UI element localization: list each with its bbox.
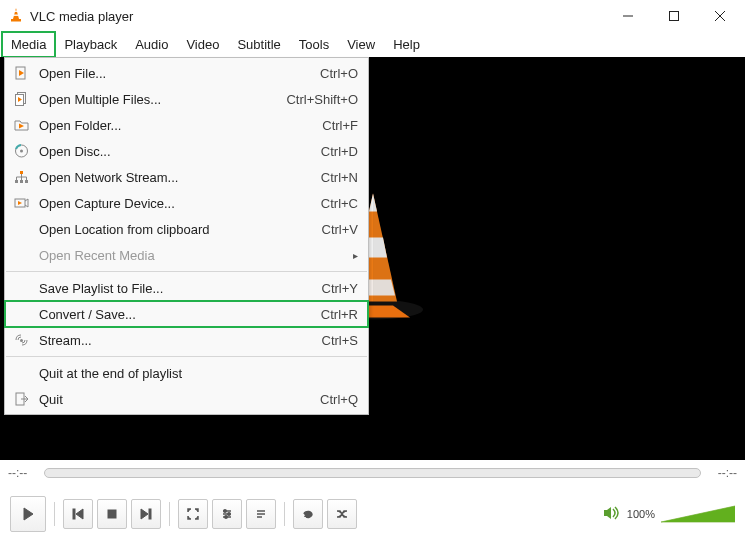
divider (169, 502, 170, 526)
stream-icon (11, 331, 31, 349)
menu-media[interactable]: Media (2, 32, 55, 57)
blank-icon (11, 305, 31, 323)
quit-icon (11, 390, 31, 408)
blank-icon (11, 246, 31, 264)
volume-percent: 100% (627, 508, 655, 520)
svg-rect-15 (20, 180, 23, 183)
menu-item-shortcut: Ctrl+F (322, 118, 358, 133)
time-total[interactable]: --:-- (707, 466, 737, 480)
shuffle-button[interactable] (327, 499, 357, 529)
menu-video[interactable]: Video (177, 32, 228, 57)
menu-item-open-folder[interactable]: Open Folder...Ctrl+F (5, 112, 368, 138)
menu-item-shortcut: Ctrl+V (322, 222, 358, 237)
menu-item-open-location-from-clipboard[interactable]: Open Location from clipboardCtrl+V (5, 216, 368, 242)
menu-item-shortcut: Ctrl+C (321, 196, 358, 211)
menu-item-label: Open Multiple Files... (39, 92, 276, 107)
svg-point-28 (225, 516, 227, 518)
loop-button[interactable] (293, 499, 323, 529)
svg-point-18 (20, 339, 23, 342)
menu-item-label: Quit (39, 392, 310, 407)
menu-item-open-capture-device[interactable]: Open Capture Device...Ctrl+C (5, 190, 368, 216)
window-title: VLC media player (30, 9, 133, 24)
previous-button[interactable] (63, 499, 93, 529)
seek-row: --:-- --:-- (0, 460, 745, 486)
menu-item-label: Save Playlist to File... (39, 281, 312, 296)
svg-rect-0 (11, 19, 21, 22)
menu-item-open-file[interactable]: Open File...Ctrl+O (5, 60, 368, 86)
menu-item-quit-at-the-end-of-playlist[interactable]: Quit at the end of playlist (5, 360, 368, 386)
menu-item-shortcut: Ctrl+N (321, 170, 358, 185)
menu-item-label: Open Recent Media (39, 248, 358, 263)
svg-rect-4 (670, 12, 679, 21)
menu-playback[interactable]: Playback (55, 32, 126, 57)
volume-slider[interactable] (661, 504, 735, 524)
menu-item-label: Open Capture Device... (39, 196, 311, 211)
video-area: Open File...Ctrl+OOpen Multiple Files...… (0, 57, 745, 460)
svg-point-27 (228, 513, 230, 515)
titlebar: VLC media player (0, 0, 745, 32)
menu-separator (6, 271, 367, 272)
menu-view[interactable]: View (338, 32, 384, 57)
player-controls: 100% (0, 486, 745, 548)
menu-item-quit[interactable]: QuitCtrl+Q (5, 386, 368, 412)
divider (284, 502, 285, 526)
menu-item-stream[interactable]: Stream...Ctrl+S (5, 327, 368, 353)
file-play-icon (11, 64, 31, 82)
blank-icon (11, 220, 31, 238)
svg-rect-1 (14, 10, 18, 11)
minimize-button[interactable] (605, 0, 651, 32)
menu-item-label: Open Folder... (39, 118, 312, 133)
stop-button[interactable] (97, 499, 127, 529)
window-controls (605, 0, 743, 32)
menu-item-shortcut: Ctrl+O (320, 66, 358, 81)
capture-icon (11, 194, 31, 212)
menu-item-label: Convert / Save... (39, 307, 311, 322)
menu-item-shortcut: Ctrl+R (321, 307, 358, 322)
menu-item-open-network-stream[interactable]: Open Network Stream...Ctrl+N (5, 164, 368, 190)
svg-rect-21 (108, 510, 116, 518)
playlist-button[interactable] (246, 499, 276, 529)
extended-settings-button[interactable] (212, 499, 242, 529)
menu-audio[interactable]: Audio (126, 32, 177, 57)
close-button[interactable] (697, 0, 743, 32)
app-icon (8, 7, 24, 26)
menu-item-label: Open Network Stream... (39, 170, 311, 185)
menu-item-shortcut: Ctrl+D (321, 144, 358, 159)
menu-item-label: Quit at the end of playlist (39, 366, 358, 381)
menu-item-convert-save[interactable]: Convert / Save...Ctrl+R (5, 301, 368, 327)
play-button[interactable] (10, 496, 46, 532)
menu-help[interactable]: Help (384, 32, 429, 57)
menu-item-label: Open Disc... (39, 144, 311, 159)
menu-item-shortcut: Ctrl+S (322, 333, 358, 348)
menu-item-shortcut: Ctrl+Q (320, 392, 358, 407)
menu-item-shortcut: Ctrl+Y (322, 281, 358, 296)
seek-slider[interactable] (44, 468, 701, 478)
menu-item-open-multiple-files[interactable]: Open Multiple Files...Ctrl+Shift+O (5, 86, 368, 112)
menu-subtitle[interactable]: Subtitle (228, 32, 289, 57)
svg-rect-20 (73, 509, 75, 519)
time-elapsed[interactable]: --:-- (8, 466, 38, 480)
svg-rect-13 (20, 171, 23, 174)
menu-item-open-recent-media: Open Recent Media▸ (5, 242, 368, 268)
svg-point-12 (20, 150, 23, 153)
next-button[interactable] (131, 499, 161, 529)
fullscreen-button[interactable] (178, 499, 208, 529)
folder-play-icon (11, 116, 31, 134)
menu-item-open-disc[interactable]: Open Disc...Ctrl+D (5, 138, 368, 164)
svg-rect-14 (15, 180, 18, 183)
maximize-button[interactable] (651, 0, 697, 32)
disc-icon (11, 142, 31, 160)
divider (54, 502, 55, 526)
menu-tools[interactable]: Tools (290, 32, 338, 57)
menubar: MediaPlaybackAudioVideoSubtitleToolsView… (0, 32, 745, 57)
blank-icon (11, 279, 31, 297)
svg-rect-2 (13, 14, 18, 15)
svg-point-26 (224, 510, 226, 512)
speaker-icon[interactable] (603, 505, 621, 524)
menu-item-shortcut: Ctrl+Shift+O (286, 92, 358, 107)
menu-separator (6, 356, 367, 357)
menu-item-save-playlist-to-file[interactable]: Save Playlist to File...Ctrl+Y (5, 275, 368, 301)
blank-icon (11, 364, 31, 382)
menu-item-label: Stream... (39, 333, 312, 348)
svg-rect-22 (149, 509, 151, 519)
